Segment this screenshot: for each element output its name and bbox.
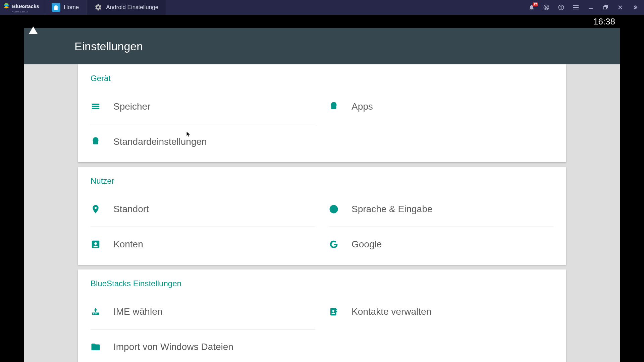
location-icon xyxy=(91,204,101,214)
item-accounts[interactable]: Konten xyxy=(91,227,315,261)
android-icon xyxy=(91,137,101,147)
svg-point-9 xyxy=(94,242,97,245)
android-status-bar: 16:38 xyxy=(24,15,620,28)
google-icon xyxy=(329,239,339,249)
svg-rect-15 xyxy=(336,309,337,310)
item-language-label: Sprache & Eingabe xyxy=(352,204,432,215)
section-device-title: Gerät xyxy=(91,74,553,83)
emulator-right-gutter xyxy=(620,15,644,362)
item-import-label: Import von Windows Dateien xyxy=(113,342,233,352)
item-accounts-label: Konten xyxy=(113,239,143,250)
svg-rect-6 xyxy=(93,140,98,144)
settings-scroll-area[interactable]: Gerät Speicher Stan xyxy=(24,64,620,362)
notifications-button[interactable]: 17 xyxy=(528,4,535,11)
help-button[interactable] xyxy=(557,4,565,11)
section-bluestacks-title: BlueStacks Einstellungen xyxy=(91,279,553,288)
account-button[interactable] xyxy=(543,4,550,11)
expand-sidebar-button[interactable] xyxy=(631,4,639,11)
item-default-apps-label: Standardeinstellungen xyxy=(113,136,207,147)
storage-icon xyxy=(91,102,101,112)
item-import[interactable]: Import von Windows Dateien xyxy=(91,329,315,362)
title-actions: 17 xyxy=(523,0,644,15)
item-location-label: Standort xyxy=(113,204,149,215)
menu-button[interactable] xyxy=(572,4,580,11)
home-icon xyxy=(52,3,60,12)
item-google[interactable]: Google xyxy=(329,227,553,261)
svg-point-3 xyxy=(561,9,561,9)
svg-point-17 xyxy=(332,310,334,312)
settings-app-bar: Einstellungen xyxy=(24,28,620,64)
item-storage[interactable]: Speicher xyxy=(91,89,315,124)
svg-rect-7 xyxy=(331,105,336,109)
warning-icon xyxy=(29,16,38,27)
keyboard-icon xyxy=(91,307,101,317)
status-clock: 16:38 xyxy=(593,16,615,27)
android-icon xyxy=(329,102,339,112)
item-ime[interactable]: IME wählen xyxy=(91,294,315,329)
brand-name: BlueStacks xyxy=(12,3,39,9)
section-device: Gerät Speicher Stan xyxy=(78,64,566,162)
tab-home[interactable]: Home xyxy=(44,0,87,15)
folder-icon xyxy=(91,342,101,352)
emulator-left-gutter xyxy=(0,15,24,362)
gear-icon xyxy=(94,3,103,12)
notification-badge: 17 xyxy=(533,2,538,6)
item-contacts[interactable]: Kontakte verwalten xyxy=(329,294,553,329)
item-apps[interactable]: Apps xyxy=(329,89,553,124)
item-location[interactable]: Standort xyxy=(91,192,315,227)
svg-rect-5 xyxy=(604,6,606,9)
svg-rect-12 xyxy=(95,313,96,314)
item-default-apps[interactable]: Standardeinstellungen xyxy=(91,124,315,159)
page-title: Einstellungen xyxy=(74,40,143,53)
item-ime-label: IME wählen xyxy=(113,306,162,317)
svg-rect-11 xyxy=(93,313,94,314)
close-button[interactable] xyxy=(616,4,624,11)
section-bluestacks: BlueStacks Einstellungen IME wählen xyxy=(78,269,566,362)
maximize-button[interactable] xyxy=(602,4,609,11)
brand-block: BlueStacks 4.280.1.1002 xyxy=(0,0,44,15)
android-viewport: 16:38 Einstellungen Gerät Speicher xyxy=(24,15,620,362)
item-storage-label: Speicher xyxy=(113,101,151,112)
tab-android-settings[interactable]: Android Einstellunge xyxy=(87,0,166,15)
app-title-bar: BlueStacks 4.280.1.1002 Home Android Ein… xyxy=(0,0,644,15)
svg-rect-13 xyxy=(97,313,98,314)
globe-icon xyxy=(329,204,339,214)
item-language[interactable]: Sprache & Eingabe xyxy=(329,192,553,227)
tab-home-label: Home xyxy=(64,4,79,11)
item-apps-label: Apps xyxy=(352,101,373,112)
svg-rect-4 xyxy=(589,8,593,9)
svg-point-1 xyxy=(546,6,547,8)
account-icon xyxy=(91,239,101,249)
bluestacks-logo-icon xyxy=(3,2,10,11)
contacts-icon xyxy=(329,307,339,317)
section-user-title: Nutzer xyxy=(91,176,553,186)
svg-rect-16 xyxy=(336,311,337,312)
section-user: Nutzer Standort Kon xyxy=(78,167,566,265)
minimize-button[interactable] xyxy=(587,4,594,11)
brand-version: 4.280.1.1002 xyxy=(12,10,39,13)
item-google-label: Google xyxy=(352,239,382,250)
item-contacts-label: Kontakte verwalten xyxy=(352,306,431,317)
tab-settings-label: Android Einstellunge xyxy=(106,4,158,11)
